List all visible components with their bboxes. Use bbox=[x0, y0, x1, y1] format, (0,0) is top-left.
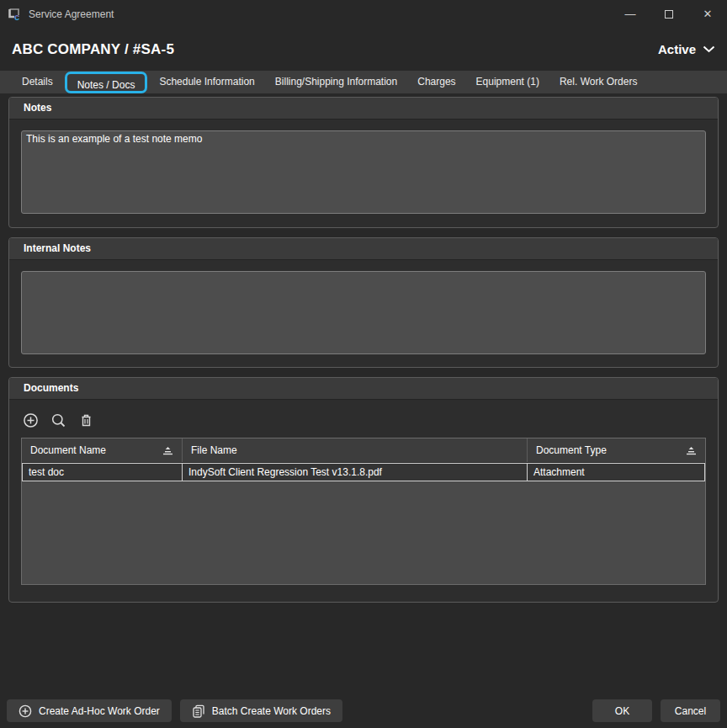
tab-charges[interactable]: Charges bbox=[407, 71, 465, 93]
button-label: Create Ad-Hoc Work Order bbox=[39, 705, 160, 717]
delete-document-icon[interactable] bbox=[78, 412, 94, 428]
batch-create-work-orders-button[interactable]: Batch Create Work Orders bbox=[180, 699, 342, 722]
tab-details[interactable]: Details bbox=[12, 71, 63, 93]
notes-group-title: Notes bbox=[9, 98, 718, 120]
cancel-button[interactable]: Cancel bbox=[661, 699, 720, 722]
documents-table-header: Document Name File Name D bbox=[22, 438, 705, 463]
documents-toolbar bbox=[21, 411, 706, 438]
dialog-actions: OK Cancel bbox=[592, 699, 720, 722]
svg-text:c: c bbox=[14, 12, 19, 22]
cell-document-name: test doc bbox=[23, 464, 183, 481]
table-row[interactable]: test doc IndySoft Client Regression Test… bbox=[22, 463, 705, 481]
maximize-button[interactable] bbox=[650, 0, 688, 28]
add-document-icon[interactable] bbox=[23, 412, 39, 428]
ok-button[interactable]: OK bbox=[592, 699, 652, 722]
column-label: File Name bbox=[191, 444, 237, 456]
create-adhoc-work-order-button[interactable]: Create Ad-Hoc Work Order bbox=[7, 699, 172, 722]
sort-icon[interactable] bbox=[686, 446, 697, 455]
button-label: Batch Create Work Orders bbox=[212, 705, 331, 717]
notes-textarea[interactable]: This is an example of a test note memo bbox=[21, 130, 706, 214]
tab-billing-shipping-information[interactable]: Billing/Shipping Information bbox=[265, 71, 407, 93]
internal-notes-textarea[interactable] bbox=[21, 271, 706, 354]
cell-document-type: Attachment bbox=[528, 464, 704, 481]
window-title: Service Agreement bbox=[29, 8, 114, 20]
app-logo-icon: c bbox=[7, 6, 23, 22]
column-header-document-type[interactable]: Document Type bbox=[528, 438, 705, 462]
record-header: ABC COMPANY / #SA-5 Active bbox=[0, 28, 727, 71]
internal-notes-group: Internal Notes bbox=[8, 237, 719, 368]
sort-icon[interactable] bbox=[162, 446, 173, 455]
tab-equipment[interactable]: Equipment (1) bbox=[466, 71, 549, 93]
documents-table: Document Name File Name D bbox=[21, 438, 706, 585]
page-title: ABC COMPANY / #SA-5 bbox=[12, 41, 174, 58]
column-header-document-name[interactable]: Document Name bbox=[22, 438, 183, 462]
column-header-file-name[interactable]: File Name bbox=[183, 438, 528, 462]
tab-bar: Details Notes / Docs Schedule Informatio… bbox=[0, 71, 727, 93]
documents-group: Documents bbox=[8, 377, 719, 603]
tab-notes-docs[interactable]: Notes / Docs bbox=[65, 72, 148, 93]
internal-notes-group-title: Internal Notes bbox=[9, 238, 718, 260]
tab-schedule-information[interactable]: Schedule Information bbox=[149, 71, 264, 93]
title-bar: c Service Agreement — ✕ bbox=[0, 0, 727, 28]
window-controls: — ✕ bbox=[611, 0, 727, 28]
cell-file-name: IndySoft Client Regression Test v13.1.8.… bbox=[183, 464, 528, 481]
batch-documents-icon bbox=[192, 704, 205, 718]
documents-group-title: Documents bbox=[9, 378, 718, 400]
tab-rel-work-orders[interactable]: Rel. Work Orders bbox=[549, 71, 647, 93]
footer-bar: Create Ad-Hoc Work Order Batch Create Wo… bbox=[7, 699, 720, 722]
service-agreement-window: c Service Agreement — ✕ ABC COMPANY / #S… bbox=[0, 0, 727, 728]
plus-circle-icon bbox=[19, 704, 32, 718]
search-documents-icon[interactable] bbox=[50, 412, 66, 428]
chevron-down-icon bbox=[703, 45, 715, 53]
notes-group: Notes This is an example of a test note … bbox=[8, 97, 719, 228]
minimize-button[interactable]: — bbox=[611, 0, 650, 28]
column-label: Document Name bbox=[30, 444, 106, 456]
close-button[interactable]: ✕ bbox=[688, 0, 727, 28]
column-label: Document Type bbox=[536, 444, 607, 456]
status-dropdown[interactable]: Active bbox=[658, 42, 715, 56]
maximize-icon bbox=[665, 10, 673, 19]
status-value: Active bbox=[658, 42, 696, 56]
